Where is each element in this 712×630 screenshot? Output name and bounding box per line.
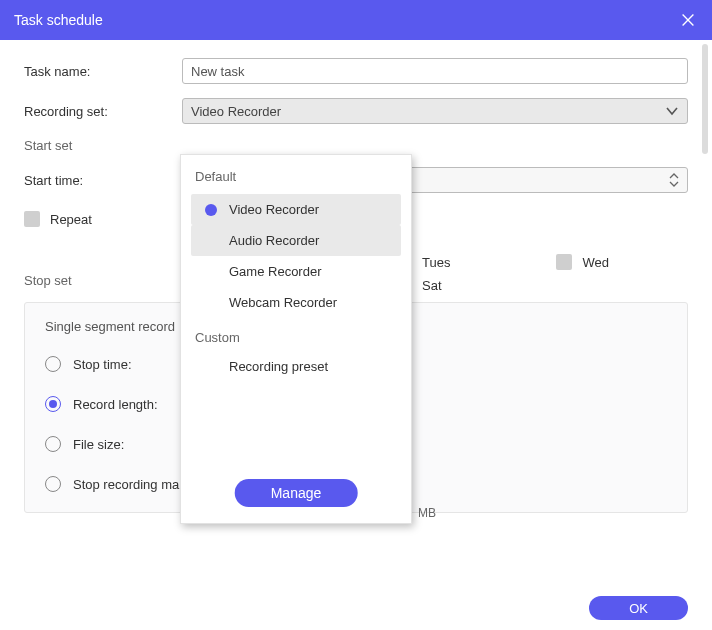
spinner-icon <box>669 173 679 187</box>
day-wed-label: Wed <box>582 255 609 270</box>
stop-time-label: Stop time: <box>73 357 132 372</box>
close-button[interactable] <box>678 10 698 30</box>
chevron-down-icon <box>665 104 679 118</box>
recording-set-value: Video Recorder <box>191 104 281 119</box>
manage-button-wrap: Manage <box>235 479 358 507</box>
dropdown-item-webcam[interactable]: Webcam Recorder <box>191 287 401 318</box>
day-wed-checkbox[interactable] <box>556 254 572 270</box>
day-sat-label: Sat <box>422 278 442 293</box>
dropdown-item-audio-label: Audio Recorder <box>229 233 319 248</box>
selected-dot-icon <box>205 204 217 216</box>
repeat-label: Repeat <box>50 212 92 227</box>
start-set-label: Start set <box>24 138 688 153</box>
dropdown-item-preset[interactable]: Recording preset <box>191 351 401 382</box>
dropdown-item-game-label: Game Recorder <box>229 264 321 279</box>
dropdown-item-video[interactable]: Video Recorder <box>191 194 401 225</box>
repeat-checkbox[interactable] <box>24 211 40 227</box>
dialog-footer: OK <box>589 596 688 620</box>
dropdown-group-custom: Custom <box>191 318 401 351</box>
scrollbar-thumb[interactable] <box>702 44 708 154</box>
task-name-label: Task name: <box>24 64 182 79</box>
manage-button[interactable]: Manage <box>235 479 358 507</box>
record-length-label: Record length: <box>73 397 158 412</box>
dropdown-item-video-label: Video Recorder <box>229 202 319 217</box>
weekday-row-2: Sat <box>422 278 609 293</box>
weekday-area: Tues Wed Sat <box>422 254 609 301</box>
titlebar: Task schedule <box>0 0 712 40</box>
recording-set-label: Recording set: <box>24 104 182 119</box>
day-tues-label: Tues <box>422 255 450 270</box>
record-length-radio[interactable] <box>45 396 61 412</box>
weekday-row-1: Tues Wed <box>422 254 609 270</box>
window-title: Task schedule <box>14 12 103 28</box>
task-name-row: Task name: <box>24 58 688 84</box>
file-size-label: File size: <box>73 437 124 452</box>
recording-set-select[interactable]: Video Recorder <box>182 98 688 124</box>
dialog-content: Task name: Recording set: Video Recorder… <box>0 40 712 513</box>
dropdown-item-webcam-label: Webcam Recorder <box>229 295 337 310</box>
dropdown-item-audio[interactable]: Audio Recorder <box>191 225 401 256</box>
start-time-label: Start time: <box>24 173 182 188</box>
recording-set-dropdown: Default Video Recorder Audio Recorder Ga… <box>180 154 412 524</box>
file-size-unit: MB <box>418 506 436 520</box>
file-size-radio[interactable] <box>45 436 61 452</box>
dropdown-item-game[interactable]: Game Recorder <box>191 256 401 287</box>
stop-time-radio[interactable] <box>45 356 61 372</box>
dropdown-item-preset-label: Recording preset <box>229 359 328 374</box>
dropdown-group-default: Default <box>191 163 401 194</box>
day-wed-group: Wed <box>556 254 609 270</box>
stop-manually-radio[interactable] <box>45 476 61 492</box>
task-name-input[interactable] <box>182 58 688 84</box>
recording-set-row: Recording set: Video Recorder <box>24 98 688 124</box>
close-icon <box>679 11 697 29</box>
ok-button[interactable]: OK <box>589 596 688 620</box>
